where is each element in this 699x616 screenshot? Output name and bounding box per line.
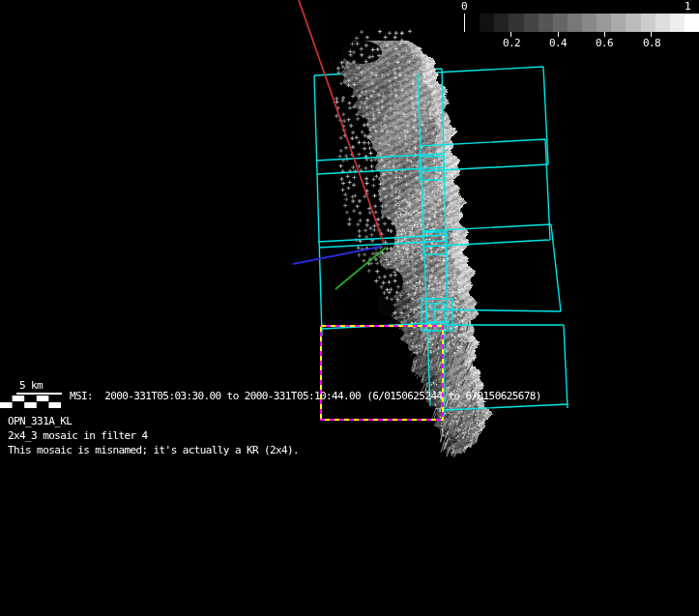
- mosaic-frame-grid: [314, 67, 568, 416]
- msi-planning-window: 0 1 0.2 0.4 0.6 0.8 5 km MSI: 2000-331T0…: [0, 0, 699, 616]
- sequence-id-label: OPN_331A_KL: [8, 415, 72, 427]
- highlighted-frame-outline: [321, 326, 443, 420]
- axis-blue-line: [293, 247, 381, 264]
- colorbar-tick-label: 0.2: [495, 37, 528, 49]
- scale-bar-rule: [16, 393, 62, 395]
- mosaic-note-label: This mosaic is misnamed; it's actually a…: [8, 444, 299, 456]
- axis-red-line: [299, 0, 384, 244]
- colorbar-min-label: 0: [461, 0, 467, 13]
- colorbar-gradient: [464, 14, 699, 32]
- scale-bar-label: 5 km: [19, 379, 43, 392]
- highlight-dash-magenta: [321, 326, 443, 420]
- msi-status-line: MSI: 2000-331T05:03:30.00 to 2000-331T05…: [70, 390, 541, 402]
- mosaic-description-label: 2x4_3 mosaic in filter 4: [8, 429, 148, 442]
- colorbar-tick-label: 0.8: [635, 37, 668, 49]
- body-axes: [293, 0, 386, 289]
- highlight-dash-yellow: [321, 326, 443, 420]
- colorbar-max-label: 1: [684, 0, 690, 13]
- scale-bar-checker: [0, 396, 61, 408]
- colorbar-tick-label: 0.6: [588, 37, 621, 49]
- mosaic-frames-overlay: [0, 0, 699, 616]
- colorbar-tick-label: 0.4: [541, 37, 574, 49]
